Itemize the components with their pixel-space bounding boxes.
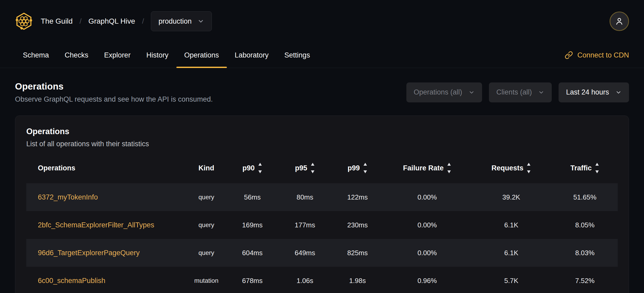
operations-card: Operations List of all operations with t… xyxy=(15,116,629,293)
column-header-label: Operations xyxy=(38,164,75,172)
chevron-down-icon xyxy=(468,89,475,96)
column-header-label: Requests xyxy=(492,164,524,172)
target-selector[interactable]: production xyxy=(151,11,212,31)
p90-cell: 169ms xyxy=(226,221,279,229)
sort-arrows-icon xyxy=(310,163,315,174)
breadcrumb: The Guild / GraphQL Hive / production xyxy=(41,11,212,31)
p99-cell: 825ms xyxy=(331,249,384,257)
user-avatar[interactable] xyxy=(610,12,629,31)
p99-cell: 122ms xyxy=(331,193,384,201)
tab-history[interactable]: History xyxy=(139,43,176,68)
requests-cell: 6.1K xyxy=(471,221,552,229)
connect-to-cdn-label: Connect to CDN xyxy=(577,51,629,59)
failure_rate-cell: 0.00% xyxy=(384,249,471,257)
operation-link[interactable]: 2bfc_SchemaExplorerFilter_AllTypes xyxy=(38,221,154,229)
column-header-failure_rate[interactable]: Failure Rate xyxy=(384,163,471,174)
breadcrumb-org[interactable]: The Guild xyxy=(41,17,73,25)
traffic-cell: 7.52% xyxy=(552,277,618,285)
failure_rate-cell: 0.00% xyxy=(384,221,471,229)
card-subtitle: List of all operations with their statis… xyxy=(26,140,618,148)
operation-link[interactable]: 96d6_TargetExplorerPageQuery xyxy=(38,249,140,257)
kind-cell: query xyxy=(187,249,226,257)
column-header-p99[interactable]: p99 xyxy=(331,163,384,174)
operation-link[interactable]: 6c00_schemaPublish xyxy=(38,277,105,285)
connect-to-cdn-link[interactable]: Connect to CDN xyxy=(565,43,629,68)
nav-tabs-bar: SchemaChecksExplorerHistoryOperationsLab… xyxy=(0,43,644,68)
tab-explorer[interactable]: Explorer xyxy=(96,43,139,68)
traffic-cell: 51.65% xyxy=(552,193,618,201)
column-header-label: Kind xyxy=(198,164,214,172)
requests-cell: 39.2K xyxy=(471,193,552,201)
clients-filter-dropdown[interactable]: Clients (all) xyxy=(489,82,552,102)
failure_rate-cell: 0.00% xyxy=(384,193,471,201)
table-body: 6372_myTokenInfoquery56ms80ms122ms0.00%3… xyxy=(26,183,618,293)
table-row: 2bfc_SchemaExplorerFilter_AllTypesquery1… xyxy=(26,211,618,239)
requests-cell: 5.7K xyxy=(471,277,552,285)
column-header-label: Traffic xyxy=(570,164,592,172)
tab-settings[interactable]: Settings xyxy=(277,43,318,68)
page-subtitle: Observe GraphQL requests and see how the… xyxy=(15,95,213,103)
table-row: 6372_myTokenInfoquery56ms80ms122ms0.00%3… xyxy=(26,183,618,211)
operation-name-cell: 96d6_TargetExplorerPageQuery xyxy=(26,249,187,257)
requests-cell: 6.1K xyxy=(471,249,552,257)
tab-laboratory[interactable]: Laboratory xyxy=(227,43,277,68)
operation-link[interactable]: 6372_myTokenInfo xyxy=(38,193,98,201)
link-icon xyxy=(565,51,573,59)
hive-logo-icon xyxy=(15,12,33,30)
p90-cell: 678ms xyxy=(226,277,279,285)
main-content: Operations Observe GraphQL requests and … xyxy=(0,81,644,293)
kind-cell: query xyxy=(187,221,226,229)
nav-tabs: SchemaChecksExplorerHistoryOperationsLab… xyxy=(15,43,318,68)
chevron-down-icon xyxy=(538,89,544,96)
column-header-label: p90 xyxy=(242,164,255,172)
p95-cell: 1.06s xyxy=(279,277,331,285)
period-filter-dropdown[interactable]: Last 24 hours xyxy=(559,82,629,102)
period-filter-label: Last 24 hours xyxy=(566,88,609,96)
table-row: 6c00_schemaPublishmutation678ms1.06s1.98… xyxy=(26,267,618,293)
table-header-row: OperationsKindp90p95p99Failure RateReque… xyxy=(26,157,618,179)
operation-name-cell: 6c00_schemaPublish xyxy=(26,277,187,285)
operation-name-cell: 6372_myTokenInfo xyxy=(26,193,187,201)
column-header-label: Failure Rate xyxy=(403,164,444,172)
page-title: Operations xyxy=(15,81,213,92)
kind-cell: mutation xyxy=(187,277,226,284)
column-header-label: p99 xyxy=(347,164,360,172)
tab-schema[interactable]: Schema xyxy=(15,43,57,68)
traffic-cell: 8.03% xyxy=(552,249,618,257)
operations-filter-label: Operations (all) xyxy=(414,88,462,96)
sort-arrows-icon xyxy=(595,163,599,174)
column-header-name: Operations xyxy=(26,164,187,172)
traffic-cell: 8.05% xyxy=(552,221,618,229)
breadcrumb-project[interactable]: GraphQL Hive xyxy=(88,17,135,25)
column-header-p95[interactable]: p95 xyxy=(279,163,331,174)
failure_rate-cell: 0.96% xyxy=(384,277,471,285)
top-bar: The Guild / GraphQL Hive / production xyxy=(0,0,644,43)
tab-operations[interactable]: Operations xyxy=(176,43,227,68)
brand-area: The Guild / GraphQL Hive / production xyxy=(15,11,212,31)
breadcrumb-separator: / xyxy=(142,17,144,25)
kind-cell: query xyxy=(187,193,226,201)
sort-arrows-icon xyxy=(363,163,367,174)
column-header-kind: Kind xyxy=(187,164,226,172)
column-header-label: p95 xyxy=(295,164,307,172)
sort-arrows-icon xyxy=(258,163,262,174)
p95-cell: 80ms xyxy=(279,193,331,201)
table-row: 96d6_TargetExplorerPageQueryquery604ms64… xyxy=(26,239,618,267)
operations-table: OperationsKindp90p95p99Failure RateReque… xyxy=(26,157,618,293)
column-header-p90[interactable]: p90 xyxy=(226,163,279,174)
operations-filter-dropdown[interactable]: Operations (all) xyxy=(406,82,482,102)
person-icon xyxy=(614,16,624,26)
p99-cell: 1.98s xyxy=(331,277,384,285)
column-header-traffic[interactable]: Traffic xyxy=(552,163,618,174)
column-header-requests[interactable]: Requests xyxy=(471,163,552,174)
p90-cell: 604ms xyxy=(226,249,279,257)
tab-checks[interactable]: Checks xyxy=(57,43,96,68)
p99-cell: 230ms xyxy=(331,221,384,229)
sort-arrows-icon xyxy=(447,163,451,174)
target-selector-value: production xyxy=(159,17,192,25)
clients-filter-label: Clients (all) xyxy=(496,88,532,96)
chevron-down-icon xyxy=(615,89,622,96)
p95-cell: 177ms xyxy=(279,221,331,229)
chevron-down-icon xyxy=(197,18,204,25)
p90-cell: 56ms xyxy=(226,193,279,201)
